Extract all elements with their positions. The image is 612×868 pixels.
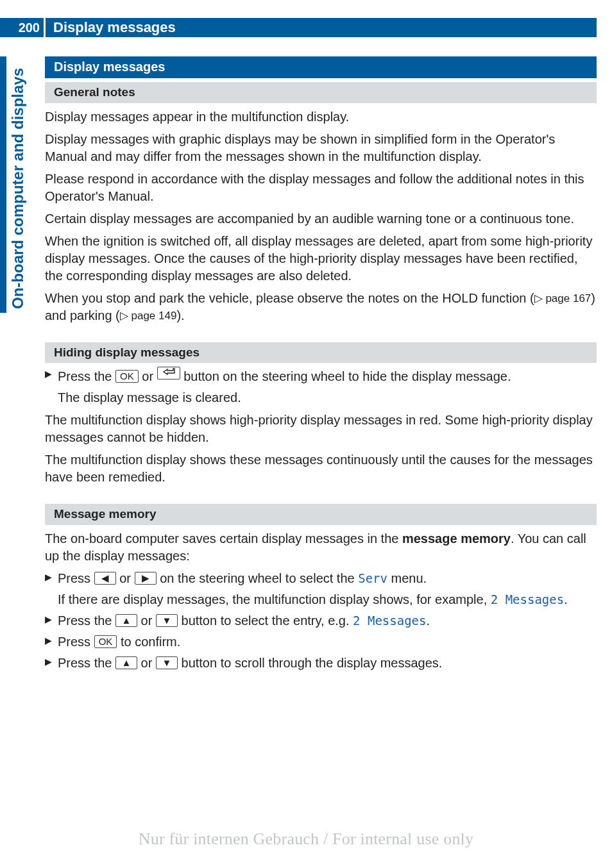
right-arrow-icon: ▶ xyxy=(135,572,157,585)
term-message-memory: message memory xyxy=(402,531,511,546)
page-content: Display messages General notes Display m… xyxy=(45,56,597,672)
page-xref: ▷ page 167 xyxy=(534,292,591,305)
instruction-result: The display message is cleared. xyxy=(45,389,597,406)
instruction-result: If there are display messages, the multi… xyxy=(45,591,597,608)
display-text: 2 Messages xyxy=(491,592,564,606)
body-text: The on-board computer saves certain disp… xyxy=(45,530,597,565)
body-text: The multifunction display shows high-pri… xyxy=(45,412,597,446)
down-arrow-icon: ▼ xyxy=(156,656,178,669)
page-header: 200 Display messages xyxy=(0,18,612,37)
left-arrow-icon: ◀ xyxy=(94,572,116,585)
page-xref: ▷ page 149 xyxy=(120,310,177,322)
subsection-heading-message-memory: Message memory xyxy=(45,504,597,525)
display-text: Serv xyxy=(358,571,387,585)
chapter-label: On-board computer and displays xyxy=(8,68,28,309)
ok-button-icon: OK xyxy=(94,635,117,648)
ok-button-icon: OK xyxy=(115,370,139,383)
instruction-step: Press OK to confirm. xyxy=(45,633,597,651)
back-button-icon xyxy=(157,367,180,380)
subsection-heading-hiding: Hiding display messages xyxy=(45,342,597,363)
page-title: Display messages xyxy=(44,18,597,37)
down-arrow-icon: ▼ xyxy=(156,614,178,627)
subsection-heading-general-notes: General notes xyxy=(45,82,597,103)
section-heading-display-messages: Display messages xyxy=(45,56,597,78)
body-text: Display messages with graphic displays m… xyxy=(45,131,597,165)
body-text: When the ignition is switched off, all d… xyxy=(45,233,597,285)
instruction-step: Press the ▲ or ▼ button to scroll throug… xyxy=(45,655,597,672)
body-text: Display messages appear in the multifunc… xyxy=(45,108,597,126)
page-number: 200 xyxy=(0,18,44,37)
instruction-step: Press the ▲ or ▼ button to select the en… xyxy=(45,612,597,630)
body-text: Certain display messages are accompanied… xyxy=(45,210,597,228)
watermark-text: Nur für internen Gebrauch / For internal… xyxy=(0,828,612,850)
instruction-step: Press ◀ or ▶ on the steering wheel to se… xyxy=(45,570,597,587)
body-text: The multifunction display shows these me… xyxy=(45,451,597,486)
chapter-side-tab: On-board computer and displays xyxy=(12,56,33,313)
instruction-step: Press the OK or button on the steering w… xyxy=(45,367,597,385)
display-text: 2 Messages xyxy=(353,613,426,628)
up-arrow-icon: ▲ xyxy=(115,656,137,669)
body-text: When you stop and park the vehicle, plea… xyxy=(45,290,597,324)
body-text: Please respond in accordance with the di… xyxy=(45,171,597,205)
up-arrow-icon: ▲ xyxy=(115,614,137,627)
